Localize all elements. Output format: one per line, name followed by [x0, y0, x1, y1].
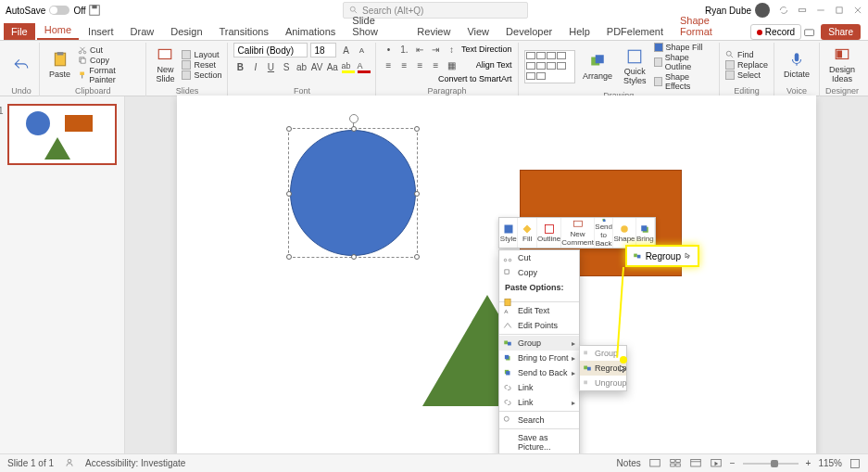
shape-outline-button[interactable]: Shape Outline: [654, 53, 713, 71]
handle-s-icon[interactable]: [351, 254, 357, 260]
handle-nw-icon[interactable]: [286, 126, 292, 132]
tab-transitions[interactable]: Transitions: [212, 23, 276, 40]
handle-n-icon[interactable]: [351, 126, 357, 132]
layout-button[interactable]: Layout: [182, 50, 221, 59]
comments-icon[interactable]: [803, 27, 815, 40]
format-painter-button[interactable]: Format Painter: [78, 66, 140, 84]
tab-view[interactable]: View: [459, 23, 497, 40]
copy-button[interactable]: Copy: [78, 56, 140, 65]
canvas-area[interactable]: Style Fill Outline New Comment Send to B…: [125, 96, 868, 453]
mini-fill-button[interactable]: Fill: [518, 218, 536, 248]
undo-button[interactable]: [9, 55, 33, 75]
font-name-select[interactable]: [233, 43, 308, 57]
cut-button[interactable]: Cut: [78, 45, 140, 55]
ctx-link[interactable]: Link: [499, 380, 579, 395]
highlight-button[interactable]: ab: [342, 60, 355, 73]
bold-button[interactable]: B: [233, 60, 246, 73]
mini-outline-button[interactable]: Outline: [537, 218, 561, 248]
rotation-handle-icon[interactable]: [349, 114, 359, 123]
reset-button[interactable]: Reset: [182, 60, 221, 70]
indent-inc-button[interactable]: ⇥: [429, 43, 442, 56]
case-button[interactable]: Aa: [326, 60, 339, 73]
align-left-button[interactable]: ≡: [382, 58, 395, 71]
select-button[interactable]: Select: [725, 70, 768, 80]
slide-canvas[interactable]: [177, 96, 816, 455]
shadow-button[interactable]: ab: [296, 60, 308, 73]
handle-se-icon[interactable]: [414, 254, 420, 260]
tab-home[interactable]: Home: [37, 21, 79, 40]
arrange-button[interactable]: Arrange: [579, 51, 616, 83]
ctx-send-back[interactable]: Send to Back▸: [499, 365, 579, 380]
ctx-cut[interactable]: Cut: [499, 250, 579, 265]
slide-thumbnail-1[interactable]: 1: [7, 104, 117, 165]
decrease-font-icon[interactable]: A: [355, 44, 368, 57]
accessibility-status[interactable]: Accessibility: Investigate: [85, 458, 185, 468]
font-color-button[interactable]: A: [358, 60, 371, 73]
handle-w-icon[interactable]: [286, 191, 292, 197]
shapes-gallery[interactable]: [524, 50, 575, 83]
find-button[interactable]: Find: [725, 50, 768, 59]
ribbon-options-icon[interactable]: [798, 6, 807, 15]
close-icon[interactable]: [853, 6, 862, 15]
shape-effects-button[interactable]: Shape Effects: [654, 72, 713, 91]
zoom-out-button[interactable]: −: [730, 458, 736, 468]
ctx-edit-points[interactable]: Edit Points: [499, 318, 579, 333]
tab-review[interactable]: Review: [409, 23, 458, 40]
autosave-toggle[interactable]: AutoSave Off: [6, 6, 86, 16]
maximize-icon[interactable]: [835, 6, 844, 15]
slideshow-view-icon[interactable]: [710, 458, 723, 469]
handle-sw-icon[interactable]: [286, 254, 292, 260]
text-direction-button[interactable]: Text Direction: [461, 45, 512, 54]
ctx-bring-front[interactable]: Bring to Front▸: [499, 351, 579, 365]
paste-button[interactable]: Paste: [45, 49, 74, 81]
reading-view-icon[interactable]: [689, 458, 702, 469]
sync-icon[interactable]: [779, 6, 788, 15]
tab-pdfelement[interactable]: PDFelement: [599, 23, 671, 40]
new-slide-button[interactable]: New Slide: [152, 45, 178, 85]
section-button[interactable]: Section: [182, 70, 221, 80]
handle-ne-icon[interactable]: [414, 126, 420, 132]
replace-button[interactable]: Replace: [725, 60, 768, 70]
numbering-button[interactable]: 1.: [397, 43, 410, 56]
tab-slideshow[interactable]: Slide Show: [345, 12, 408, 40]
tab-draw[interactable]: Draw: [123, 23, 162, 40]
tab-shape-format[interactable]: Shape Format: [673, 12, 748, 40]
slide-counter[interactable]: Slide 1 of 1: [7, 458, 54, 468]
indent-dec-button[interactable]: ⇤: [413, 43, 426, 56]
increase-font-icon[interactable]: A: [339, 44, 352, 57]
save-icon[interactable]: [88, 4, 101, 17]
zoom-level[interactable]: 115%: [818, 458, 842, 468]
tab-design[interactable]: Design: [163, 23, 209, 40]
align-text-button[interactable]: Align Text: [476, 60, 512, 70]
handle-e-icon[interactable]: [414, 191, 420, 197]
language-indicator[interactable]: [65, 458, 74, 469]
minimize-icon[interactable]: [816, 6, 825, 15]
ctx-edit-text[interactable]: AEdit Text: [499, 303, 579, 318]
convert-smartart-button[interactable]: Convert to SmartArt: [382, 74, 511, 83]
ctx-group[interactable]: Group▸: [499, 336, 579, 351]
share-button[interactable]: Share: [821, 24, 861, 40]
italic-button[interactable]: I: [249, 60, 262, 73]
ctx-link2[interactable]: Link▸: [499, 395, 579, 410]
fit-window-icon[interactable]: [849, 458, 861, 469]
quick-styles-button[interactable]: Quick Styles: [620, 46, 650, 87]
mini-style-button[interactable]: Style: [499, 218, 518, 248]
shape-fill-button[interactable]: Shape Fill: [654, 43, 713, 52]
tab-animations[interactable]: Animations: [278, 23, 343, 40]
spacing-button[interactable]: AV: [310, 60, 323, 73]
columns-button[interactable]: ▦: [445, 58, 458, 71]
tab-insert[interactable]: Insert: [81, 23, 121, 40]
notes-button[interactable]: Notes: [617, 458, 641, 468]
tab-file[interactable]: File: [4, 23, 35, 40]
dictate-button[interactable]: Dictate: [780, 49, 813, 81]
align-center-button[interactable]: ≡: [397, 58, 410, 71]
mini-bring-button[interactable]: Bring: [636, 218, 655, 248]
ctx-save-picture[interactable]: Save as Picture...: [499, 430, 579, 454]
zoom-slider[interactable]: [743, 463, 799, 465]
tab-help[interactable]: Help: [561, 23, 598, 40]
strike-button[interactable]: S: [280, 60, 293, 73]
zoom-in-button[interactable]: +: [806, 458, 811, 468]
line-spacing-button[interactable]: ↕: [445, 43, 458, 56]
align-right-button[interactable]: ≡: [413, 58, 426, 71]
font-size-select[interactable]: [310, 43, 336, 57]
